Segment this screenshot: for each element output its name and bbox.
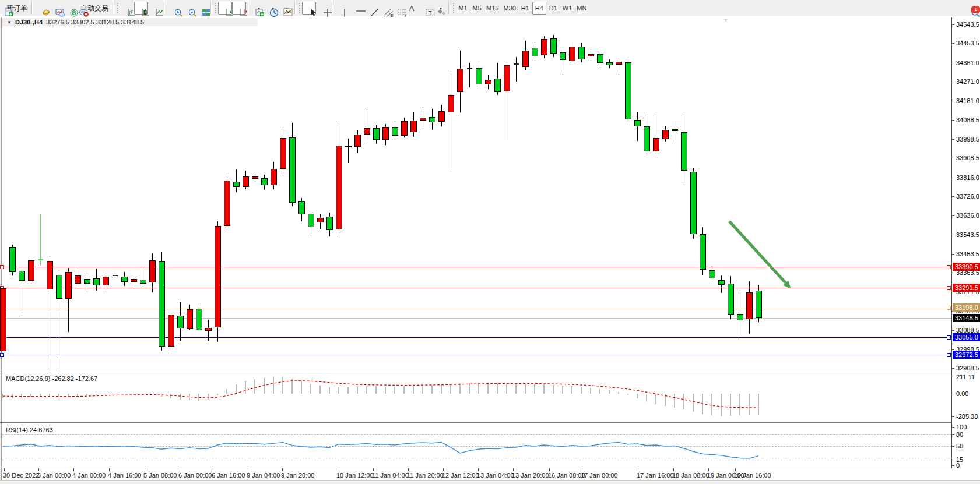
candle-wick	[236, 169, 237, 192]
horizontal-line[interactable]	[2, 355, 951, 355]
date-tick	[73, 468, 74, 471]
candle-body	[382, 127, 389, 140]
macd-histogram-bar	[49, 394, 50, 397]
main-toolbar: 新订单 自动交易	[0, 0, 980, 16]
macd-label: MACD(12,26,9) -262.82 -172.67	[6, 375, 97, 382]
macd-histogram-bar	[161, 394, 162, 397]
candle-body	[84, 279, 90, 284]
horizontal-line[interactable]	[2, 308, 951, 308]
macd-histogram-bar	[338, 387, 339, 394]
tab-timeframe-M1[interactable]: M1	[456, 2, 470, 15]
candle-body	[364, 128, 370, 135]
line-endpoint-marker[interactable]	[947, 286, 951, 290]
period-button[interactable]: ▾	[265, 2, 279, 15]
price-tick-label: 33636.0	[956, 212, 979, 219]
price-tick-label: 33453.5	[956, 250, 979, 257]
crosshair-button[interactable]	[316, 2, 330, 15]
horizontal-line[interactable]	[2, 267, 951, 267]
candle-body	[746, 292, 753, 319]
line-endpoint-marker[interactable]	[947, 306, 951, 310]
macd-histogram-bar	[609, 390, 610, 394]
panel-border	[0, 373, 951, 373]
date-tick	[408, 468, 409, 471]
bar-chart-button[interactable]	[120, 2, 134, 15]
macd-histogram-bar	[198, 394, 199, 401]
candle-body	[457, 69, 463, 92]
macd-histogram-bar	[189, 394, 190, 400]
macd-histogram-bar	[581, 387, 582, 394]
price-tick	[952, 82, 954, 82]
candle-body	[597, 54, 603, 63]
tab-timeframe-MN[interactable]: MN	[574, 2, 589, 15]
macd-histogram-bar	[40, 394, 41, 396]
price-badge: 33198.0	[953, 303, 980, 312]
chart-autoscroll-button[interactable]	[218, 2, 232, 15]
line-endpoint-marker[interactable]	[947, 353, 951, 357]
rsi-axis-label: 100	[956, 423, 967, 430]
candle-body	[560, 52, 566, 60]
macd-histogram-bar	[170, 394, 171, 398]
zoom-in-button[interactable]	[167, 2, 181, 15]
macd-histogram-bar	[543, 384, 545, 394]
date-tick	[549, 468, 550, 471]
auto-trading-button[interactable]: 自动交易	[76, 2, 111, 15]
line-endpoint-marker[interactable]	[0, 265, 4, 269]
candle-body	[159, 261, 165, 347]
new-order-button[interactable]: 新订单	[2, 2, 30, 15]
macd-histogram-bar	[12, 394, 13, 398]
macd-histogram-bar	[21, 394, 22, 398]
tab-timeframe-M15[interactable]: M15	[484, 2, 501, 15]
rsi-name: RSI(14)	[6, 426, 28, 433]
candle-body	[718, 280, 725, 285]
macd-histogram-bar	[329, 387, 330, 394]
hline-button[interactable]	[349, 2, 363, 15]
macd-histogram-bar	[105, 394, 106, 394]
candle-body	[187, 309, 193, 329]
candle-wick	[740, 290, 740, 336]
indicators-button[interactable]: ▾	[279, 2, 293, 15]
macd-histogram-bar	[264, 378, 265, 394]
macd-axis-tick	[952, 377, 954, 377]
macd-histogram-bar	[124, 394, 125, 394]
price-tick-label: 33816.0	[956, 174, 979, 181]
line-endpoint-marker[interactable]	[947, 335, 951, 340]
horizontal-line[interactable]	[2, 337, 951, 338]
macd-histogram-bar	[693, 394, 694, 412]
date-tick	[38, 468, 39, 471]
macd-histogram-bar	[506, 383, 507, 394]
vline-button[interactable]	[335, 2, 349, 15]
macd-histogram-bar	[319, 386, 321, 394]
date-label: 11 Jan 04:00	[372, 472, 409, 479]
date-label: 3 Jan 08:00	[37, 472, 71, 479]
macd-histogram-bar	[142, 394, 143, 395]
svg-text:T: T	[428, 10, 432, 16]
market-button[interactable]	[34, 2, 48, 15]
macd-signal-line[interactable]	[0, 17, 951, 484]
tab-timeframe-W1[interactable]: W1	[560, 2, 575, 15]
macd-histogram-bar	[749, 394, 750, 415]
tab-timeframe-M30[interactable]: M30	[501, 2, 518, 15]
candle-body	[243, 176, 249, 187]
tab-timeframe-H1[interactable]: H1	[518, 2, 532, 15]
candle-wick	[40, 214, 41, 265]
rsi-line[interactable]	[0, 17, 951, 484]
line-endpoint-marker[interactable]	[947, 265, 951, 269]
date-tick	[708, 468, 709, 471]
price-tick	[952, 292, 954, 292]
price-tick-label: 34453.5	[956, 40, 979, 47]
tab-timeframe-M5[interactable]: M5	[470, 2, 484, 15]
chart-plot-area[interactable]: 34543.534453.534361.034271.034181.034088…	[0, 17, 980, 484]
drawn-arrow[interactable]	[0, 17, 951, 484]
cursor-button[interactable]	[302, 2, 316, 15]
doji-dash	[467, 68, 472, 69]
tab-timeframe-D1[interactable]: D1	[546, 2, 560, 15]
macd-histogram-bar	[711, 394, 712, 415]
horizontal-line[interactable]	[2, 288, 951, 288]
tab-timeframe-H4[interactable]: H4	[532, 2, 546, 15]
label-button[interactable]: T	[419, 2, 433, 15]
new-chart-button[interactable]: ▾	[251, 2, 265, 15]
macd-histogram-bar	[217, 394, 218, 395]
date-tick	[735, 468, 736, 471]
doji-dash	[514, 63, 519, 65]
date-tick	[338, 468, 338, 471]
